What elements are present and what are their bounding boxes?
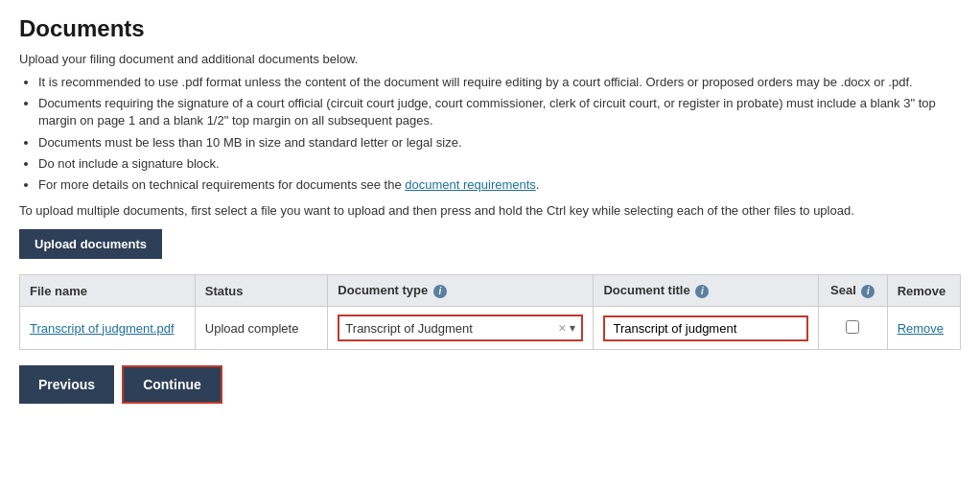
doctype-clear-icon[interactable]: × [558, 320, 566, 336]
doctype-dropdown-icon[interactable]: ▾ [570, 321, 575, 335]
cell-filename: Transcript of judgment.pdf [20, 307, 196, 350]
previous-button[interactable]: Previous [19, 365, 114, 404]
doctype-value: Transcript of Judgment [345, 321, 558, 336]
seal-info-icon[interactable]: i [861, 285, 875, 298]
col-header-remove: Remove [887, 275, 960, 307]
cell-seal [818, 307, 887, 350]
col-header-filename: File name [20, 275, 196, 307]
doctitle-info-icon[interactable]: i [695, 285, 709, 298]
page-title: Documents [19, 15, 961, 42]
table-row: Transcript of judgment.pdf Upload comple… [20, 307, 961, 350]
col-header-status: Status [195, 275, 328, 307]
bullet-2: Documents requiring the signature of a c… [38, 95, 961, 129]
col-header-seal: Seal i [818, 275, 887, 307]
footer-buttons: Previous Continue [19, 365, 961, 404]
continue-button[interactable]: Continue [122, 365, 222, 404]
seal-checkbox[interactable] [846, 320, 859, 334]
col-header-doctitle: Document title i [594, 275, 818, 307]
doctype-info-icon[interactable]: i [433, 285, 447, 298]
bullet-4: Do not include a signature block. [38, 155, 961, 173]
file-link[interactable]: Transcript of judgment.pdf [30, 321, 175, 336]
doctitle-input[interactable] [603, 315, 807, 341]
cell-remove: Remove [887, 307, 960, 350]
bullet-1: It is recommended to use .pdf format unl… [38, 74, 961, 91]
upload-documents-button[interactable]: Upload documents [19, 229, 162, 259]
documents-table: File name Status Document type i Documen… [19, 274, 961, 350]
doc-requirements-link[interactable]: document requirements [405, 177, 536, 192]
subtitle: Upload your filing document and addition… [19, 52, 961, 66]
bullet-3: Documents must be less than 10 MB in siz… [38, 134, 961, 152]
cell-doctype: Transcript of Judgment × ▾ [328, 307, 594, 350]
bullet-5: For more details on technical requiremen… [38, 176, 961, 194]
remove-link[interactable]: Remove [898, 321, 944, 336]
page-container: Documents Upload your filing document an… [0, 0, 980, 413]
cell-status: Upload complete [195, 307, 328, 350]
col-header-doctype: Document type i [328, 275, 594, 307]
doctype-select[interactable]: Transcript of Judgment × ▾ [338, 315, 583, 341]
instructions-list: It is recommended to use .pdf format unl… [38, 74, 961, 194]
ctrl-notice: To upload multiple documents, first sele… [19, 203, 961, 218]
cell-doctitle [594, 307, 818, 350]
